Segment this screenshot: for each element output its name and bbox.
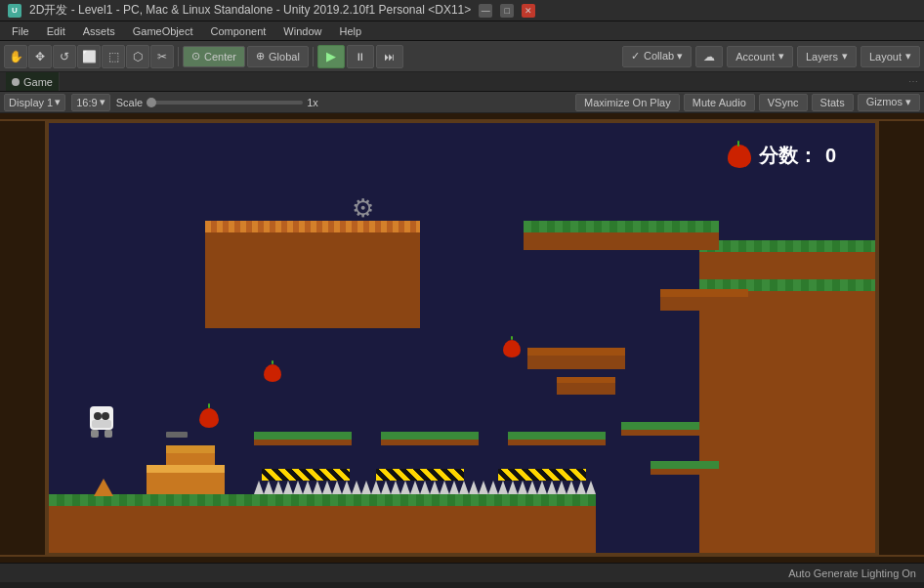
unity-icon: U (8, 4, 21, 18)
cloud-button[interactable]: ☁ (695, 46, 723, 67)
score-display: 分数： 0 (728, 143, 836, 169)
player-right-eye (102, 412, 109, 420)
mute-audio-button[interactable]: Mute Audio (684, 94, 755, 111)
menu-help[interactable]: Help (331, 22, 369, 40)
layout-label: Layout (869, 51, 902, 63)
menu-window[interactable]: Window (275, 22, 329, 40)
display-select[interactable]: Display 1 ▾ (4, 94, 65, 111)
aspect-select[interactable]: 16:9 ▾ (71, 94, 109, 111)
scale-thumb[interactable] (147, 98, 156, 107)
stripes-2 (376, 469, 464, 481)
layers-dropdown[interactable]: Layers ▾ (797, 46, 857, 67)
player-body (90, 406, 113, 430)
title-text: 2D开发 - Level1 - PC, Mac & Linux Standalo… (29, 2, 471, 19)
step-button[interactable]: ⏭ (376, 45, 403, 68)
account-dropdown[interactable]: Account ▾ (727, 46, 793, 67)
apple-1-stem (208, 403, 210, 408)
mid-lower-right (508, 432, 606, 445)
minimize-button[interactable]: — (479, 4, 492, 18)
scale-value: 1x (307, 97, 318, 108)
score-apple-icon (728, 145, 751, 168)
move-tool-button[interactable]: ✥ (28, 45, 52, 68)
display-chevron-icon: ▾ (55, 96, 61, 108)
play-button[interactable]: ▶ (317, 45, 345, 68)
scale-track[interactable] (147, 101, 303, 105)
ground-left (49, 494, 596, 553)
right-border (877, 113, 924, 563)
right-tower-top (699, 240, 875, 279)
player-left-eye (94, 412, 102, 420)
menu-gameobject[interactable]: GameObject (125, 22, 201, 40)
pause-button[interactable]: ⏸ (347, 45, 374, 68)
maximize-on-play-button[interactable]: Maximize On Play (575, 94, 680, 111)
sep2 (313, 47, 314, 66)
gizmos-button[interactable]: Gizmos ▾ (858, 94, 920, 111)
stripes-1 (262, 469, 350, 481)
global-label: Global (269, 51, 300, 63)
game-bar: Game ⋯ (0, 72, 924, 92)
menu-file[interactable]: File (4, 22, 37, 40)
rotate-tool-button[interactable]: ↺ (53, 45, 76, 68)
tool-group: ✋ ✥ ↺ ⬜ ⬚ ⬡ ✂ (4, 45, 174, 68)
maximize-button[interactable]: □ (500, 4, 514, 18)
rect-tool-button[interactable]: ⬚ (102, 45, 125, 68)
svg-rect-1 (254, 481, 596, 494)
menu-bar: File Edit Assets GameObject Component Wi… (0, 21, 924, 41)
right-mid-platform (621, 422, 699, 436)
custom-tool-button[interactable]: ✂ (150, 45, 174, 68)
game-tab[interactable]: Game (6, 72, 60, 91)
layers-label: Layers (806, 51, 838, 63)
player-character (88, 406, 115, 438)
stripes-3 (498, 469, 586, 481)
apple-2-stem (272, 360, 273, 364)
right-tower (699, 279, 875, 553)
collab-check-icon: ✓ (631, 50, 640, 63)
gear-sprite: ⚙ (352, 193, 374, 224)
menu-edit[interactable]: Edit (39, 22, 73, 40)
mid-center-platform (527, 348, 625, 369)
layout-dropdown[interactable]: Layout ▾ (861, 46, 920, 67)
game-tab-dot (12, 78, 20, 86)
big-left-platform (205, 221, 420, 328)
score-label: 分数： (759, 143, 818, 169)
upper-right-float (660, 289, 748, 311)
apple-1 (199, 408, 219, 428)
spikes-svg (254, 481, 596, 494)
scale-tool-button[interactable]: ⬜ (77, 45, 101, 68)
transform-tool-button[interactable]: ⬡ (126, 45, 149, 68)
aspect-label: 16:9 (76, 97, 97, 108)
mid-lower-left (254, 432, 352, 445)
controls-right: Maximize On Play Mute Audio VSync Stats … (575, 94, 920, 111)
display-label: Display 1 (9, 97, 53, 108)
trap-1 (166, 432, 188, 438)
layout-chevron-icon: ▾ (905, 50, 911, 63)
collab-button[interactable]: ✓ Collab ▾ (622, 46, 692, 67)
player-left-leg (91, 430, 99, 438)
menu-assets[interactable]: Assets (75, 22, 123, 40)
pivot-icon: ⊙ (191, 50, 200, 63)
menu-component[interactable]: Component (202, 22, 273, 40)
toolbar: ✋ ✥ ↺ ⬜ ⬚ ⬡ ✂ ⊙ Center ⊕ Global ▶ ⏸ ⏭ ✓ … (0, 41, 924, 72)
apple-3-stem (511, 336, 513, 340)
status-bar: Auto Generate Lighting On (0, 563, 924, 582)
pivot-label: Center (204, 51, 236, 63)
apple-2 (264, 364, 281, 382)
aspect-chevron-icon: ▾ (100, 96, 105, 108)
stats-button[interactable]: Stats (812, 94, 854, 111)
scale-bar: Scale 1x (116, 97, 318, 108)
right-low-platform (651, 461, 719, 475)
global-toggle[interactable]: ⊕ Global (247, 46, 309, 67)
hand-tool-button[interactable]: ✋ (4, 45, 27, 68)
game-scene: 分数： 0 (47, 121, 877, 555)
sep1 (178, 47, 179, 66)
left-edge-platform (94, 479, 113, 496)
pivot-toggle[interactable]: ⊙ Center (183, 46, 245, 67)
top-border (0, 113, 924, 121)
close-button[interactable]: ✕ (522, 4, 535, 18)
spikes-row (254, 481, 596, 494)
account-label: Account (735, 51, 775, 63)
vsync-button[interactable]: VSync (759, 94, 808, 111)
game-tab-label: Game (23, 76, 53, 88)
apple-3 (503, 340, 521, 357)
controls-bar: Display 1 ▾ 16:9 ▾ Scale 1x Maximize On … (0, 92, 924, 113)
